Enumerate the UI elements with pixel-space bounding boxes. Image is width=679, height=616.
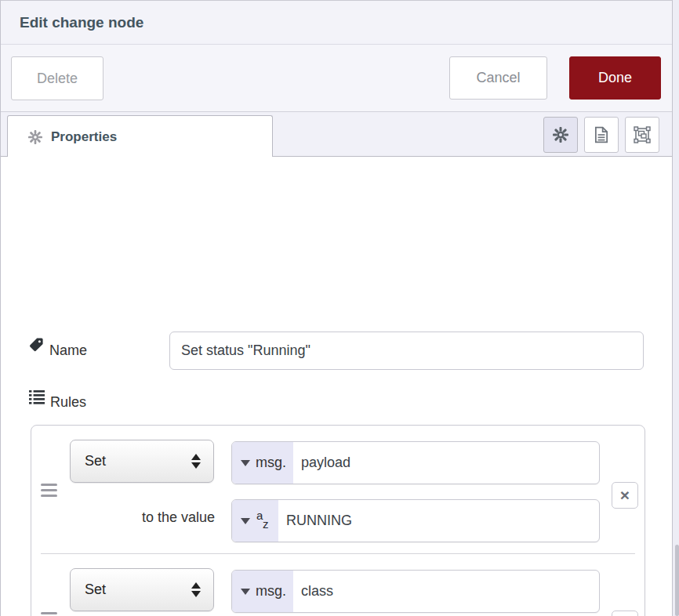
name-input[interactable] bbox=[169, 332, 644, 370]
tag-icon bbox=[29, 337, 44, 352]
property-type-dropdown[interactable]: msg. bbox=[232, 571, 293, 612]
gear-icon bbox=[28, 130, 42, 144]
rule-action-select[interactable]: Set bbox=[70, 440, 214, 483]
value-field[interactable] bbox=[278, 500, 599, 542]
value-type-dropdown[interactable]: a z bbox=[232, 500, 278, 542]
dialog-header: Edit change node bbox=[1, 1, 672, 45]
properties-panel-button[interactable] bbox=[543, 117, 578, 153]
description-panel-button[interactable] bbox=[584, 117, 619, 153]
list-icon bbox=[29, 390, 45, 405]
rules-label: Rules bbox=[50, 394, 86, 411]
scrollbar-thumb[interactable] bbox=[675, 545, 679, 616]
rule-action-value: Set bbox=[85, 582, 106, 598]
select-arrows-icon bbox=[191, 454, 201, 469]
rules-container: Set msg. to the value bbox=[31, 425, 645, 616]
rule-action-select[interactable]: Set bbox=[70, 568, 214, 611]
rule-row: Set msg. to the value bbox=[31, 554, 645, 616]
string-type-icon: a z bbox=[256, 509, 271, 533]
property-field[interactable] bbox=[293, 442, 599, 484]
appearance-panel-button[interactable] bbox=[625, 117, 659, 153]
delete-button[interactable]: Delete bbox=[11, 56, 103, 100]
delete-rule-button[interactable]: × bbox=[612, 611, 638, 616]
rule-property-input: msg. bbox=[231, 570, 600, 613]
tab-properties[interactable]: Properties bbox=[7, 115, 273, 158]
done-button[interactable]: Done bbox=[569, 56, 661, 100]
drag-handle-icon[interactable] bbox=[41, 484, 57, 500]
select-arrows-icon bbox=[191, 582, 201, 597]
property-field[interactable] bbox=[293, 571, 599, 612]
rule-property-input: msg. bbox=[231, 441, 600, 484]
property-type-dropdown[interactable]: msg. bbox=[232, 442, 293, 484]
property-type-label: msg. bbox=[256, 583, 286, 600]
file-icon bbox=[594, 126, 609, 143]
rule-value-input: a z bbox=[231, 499, 600, 542]
delete-rule-button[interactable]: × bbox=[612, 482, 638, 509]
tab-bar: Properties bbox=[1, 112, 672, 157]
chevron-down-icon bbox=[241, 518, 250, 524]
drag-handle-icon[interactable] bbox=[41, 612, 57, 616]
rule-action-value: Set bbox=[85, 453, 106, 469]
property-type-label: msg. bbox=[256, 455, 286, 471]
gear-icon bbox=[553, 127, 568, 143]
chevron-down-icon bbox=[241, 460, 250, 466]
chevron-down-icon bbox=[241, 589, 250, 595]
dialog-toolbar: Delete Cancel Done bbox=[1, 45, 672, 112]
tab-properties-label: Properties bbox=[51, 129, 117, 145]
object-group-icon bbox=[634, 126, 651, 143]
dialog-title: Edit change node bbox=[20, 14, 143, 31]
edit-dialog: Edit change node Delete Cancel Done bbox=[0, 0, 673, 616]
to-the-value-label: to the value bbox=[94, 509, 215, 526]
name-label: Name bbox=[49, 342, 87, 359]
cancel-button[interactable]: Cancel bbox=[449, 56, 547, 100]
rule-row: Set msg. to the value bbox=[31, 426, 645, 553]
properties-form: Name Rules Set bbox=[1, 157, 672, 616]
